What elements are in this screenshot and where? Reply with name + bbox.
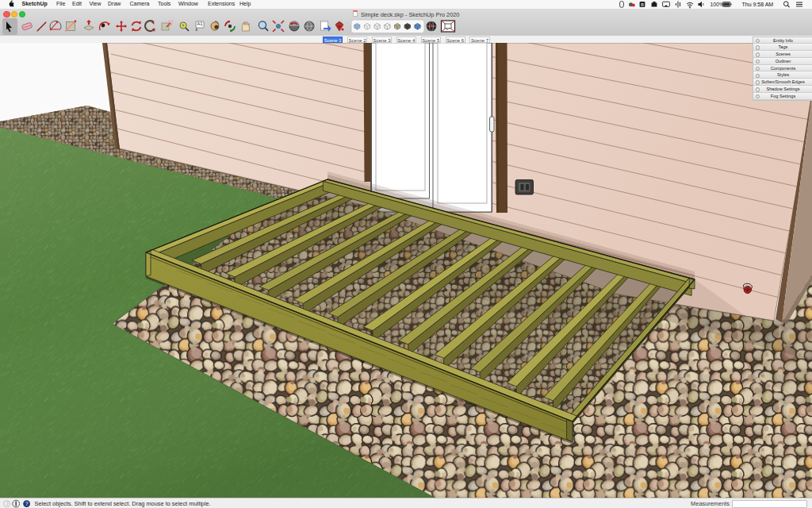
svg-text:100%: 100% [710, 2, 724, 7]
svg-text:?: ? [25, 501, 29, 506]
svg-text:A1: A1 [197, 21, 203, 26]
svg-text:Thu 9:58 AM: Thu 9:58 AM [742, 2, 774, 7]
svg-text:A: A [429, 23, 433, 29]
svg-text:B: B [641, 2, 644, 7]
